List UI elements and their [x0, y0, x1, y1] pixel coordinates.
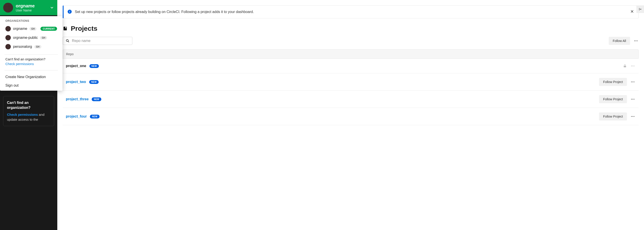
chevron-down-icon — [50, 5, 54, 10]
project-row: project_oneNEW — [63, 59, 638, 73]
org-name-label: orgname — [16, 3, 47, 8]
info-icon: i — [68, 10, 72, 14]
svg-marker-23 — [640, 8, 641, 10]
follow-project-button[interactable]: Follow Project — [599, 112, 627, 121]
svg-rect-3 — [66, 27, 66, 28]
svg-rect-2 — [64, 27, 67, 30]
sidebar-card-title: Can't find an organization? — [7, 100, 50, 110]
dropdown-heading: ORGANIZATIONS — [6, 19, 57, 24]
org-avatar-small — [6, 44, 11, 49]
org-switcher-button[interactable]: orgname User Name — [0, 0, 57, 15]
toolbar-more-button[interactable] — [633, 38, 638, 43]
row-more-button[interactable] — [630, 63, 636, 69]
lock-icon — [623, 64, 627, 68]
svg-point-4 — [66, 39, 68, 41]
org-item[interactable]: personalorgGH — [6, 42, 57, 51]
sidebar-card-link[interactable]: Check permissions — [7, 113, 38, 116]
toolbar: Follow All — [63, 37, 638, 45]
follow-project-button[interactable]: Follow Project — [599, 78, 627, 86]
cant-find-org-text: Can't find an organization? — [6, 57, 57, 61]
provider-badge: GH — [34, 45, 41, 48]
org-avatar — [3, 3, 13, 12]
current-badge: CURRENT — [40, 27, 57, 31]
org-item[interactable]: orgname-publicGH — [6, 33, 57, 42]
bookmark-icon — [63, 26, 68, 31]
page-title: Projects — [71, 25, 97, 32]
row-more-button[interactable] — [630, 79, 636, 85]
table-header-repo: Repo — [63, 49, 638, 59]
svg-point-6 — [634, 40, 635, 41]
svg-point-8 — [637, 40, 638, 41]
dropdown-divider — [4, 54, 58, 54]
follow-all-button[interactable]: Follow All — [609, 37, 630, 45]
svg-point-16 — [631, 99, 632, 99]
provider-badge: GH — [30, 27, 36, 30]
new-badge: NEW — [90, 64, 99, 68]
provider-badge: GH — [40, 36, 47, 39]
svg-point-11 — [632, 65, 633, 66]
sidebar-help-card: Can't find an organization? Check permis… — [3, 96, 54, 126]
org-item[interactable]: orgnameGHCURRENT — [6, 24, 57, 33]
project-name[interactable]: project_four — [66, 114, 87, 118]
new-badge: NEW — [92, 97, 101, 101]
org-item-label: personalorg — [13, 45, 32, 49]
search-input[interactable] — [72, 39, 130, 43]
row-more-button[interactable] — [630, 96, 636, 102]
org-avatar-small — [6, 35, 11, 40]
project-name[interactable]: project_two — [66, 80, 86, 84]
org-item-label: orgname-public — [13, 36, 38, 40]
sign-out-action[interactable]: Sign out — [0, 81, 62, 90]
org-avatar-small — [6, 26, 11, 31]
svg-point-18 — [634, 99, 634, 99]
project-name[interactable]: project_three — [66, 97, 88, 101]
user-name-label: User Name — [16, 8, 47, 12]
new-badge: NEW — [90, 115, 99, 118]
check-permissions-link[interactable]: Check permissions — [6, 62, 34, 66]
follow-project-button[interactable]: Follow Project — [599, 95, 627, 103]
search-wrap — [63, 37, 132, 45]
row-more-button[interactable] — [630, 114, 636, 119]
org-dropdown-panel: ORGANIZATIONS orgnameGHCURRENTorgname-pu… — [0, 16, 62, 91]
svg-point-15 — [634, 81, 634, 82]
svg-point-10 — [631, 65, 632, 66]
svg-point-7 — [636, 40, 636, 41]
dropdown-divider — [4, 70, 58, 70]
new-badge: NEW — [89, 80, 99, 84]
svg-rect-9 — [624, 66, 626, 67]
collapse-panel-button[interactable] — [636, 5, 644, 13]
svg-point-19 — [631, 116, 632, 117]
svg-point-21 — [634, 116, 634, 117]
project-row: project_twoNEWFollow Project — [63, 73, 638, 91]
project-name: project_one — [66, 64, 86, 68]
main-content: i Set up new projects or follow projects… — [57, 0, 644, 230]
svg-point-12 — [634, 65, 634, 66]
info-banner: i Set up new projects or follow projects… — [63, 5, 638, 18]
svg-point-14 — [632, 81, 633, 82]
svg-point-17 — [632, 99, 633, 99]
sidebar-card-body: Check permissions and update access to t… — [7, 112, 50, 122]
close-icon[interactable] — [630, 9, 634, 14]
sidebar: orgname User Name ORGANIZATIONS orgnameG… — [0, 0, 57, 230]
org-header-text: orgname User Name — [16, 3, 47, 12]
search-icon — [66, 39, 70, 43]
page-title-row: Projects — [63, 25, 638, 32]
create-new-org-action[interactable]: Create New Organization — [0, 73, 62, 81]
svg-point-13 — [631, 81, 632, 82]
svg-line-5 — [68, 41, 69, 42]
project-row: project_threeNEWFollow Project — [63, 91, 638, 108]
org-item-label: orgname — [13, 27, 27, 31]
project-row: project_fourNEWFollow Project — [63, 108, 638, 125]
svg-point-20 — [632, 116, 633, 117]
info-banner-text: Set up new projects or follow projects a… — [75, 9, 627, 14]
